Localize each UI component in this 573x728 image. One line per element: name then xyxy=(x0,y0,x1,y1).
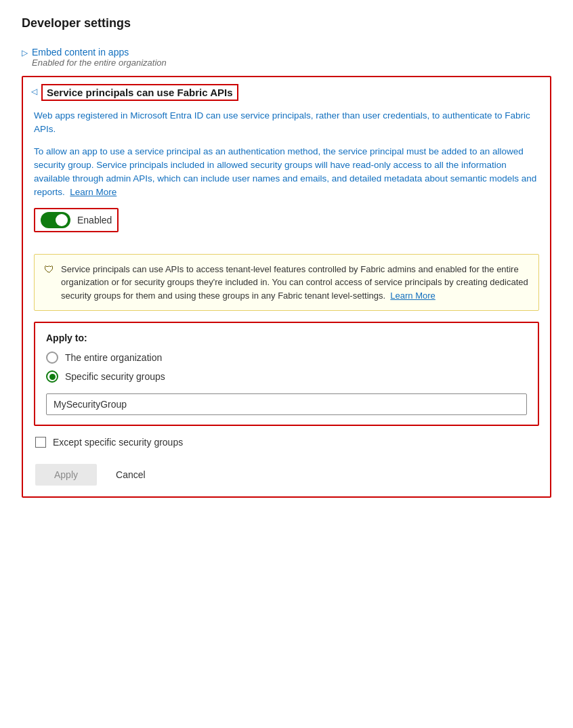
description-2: To allow an app to use a service princip… xyxy=(34,145,539,200)
apply-button[interactable]: Apply xyxy=(35,464,97,486)
expand-icon: ▷ xyxy=(22,48,28,58)
embed-content-label-group: Embed content in apps Enabled for the en… xyxy=(32,47,167,68)
toggle-label: Enabled xyxy=(77,215,112,226)
security-group-input[interactable] xyxy=(46,393,527,415)
button-row: Apply Cancel xyxy=(34,464,539,486)
collapse-icon: ◁ xyxy=(31,87,37,96)
shield-icon: 🛡 xyxy=(44,263,54,275)
cancel-button[interactable]: Cancel xyxy=(108,464,154,486)
radio-entire-org-label: The entire organization xyxy=(65,352,162,363)
service-principals-section: ◁ Service principals can use Fabric APIs… xyxy=(22,76,551,498)
radio-entire-org[interactable]: The entire organization xyxy=(46,351,527,364)
embed-content-item: ▷ Embed content in apps Enabled for the … xyxy=(22,44,551,70)
page-title: Developer settings xyxy=(22,16,551,30)
toggle-switch[interactable] xyxy=(41,212,70,228)
radio-specific-groups-label: Specific security groups xyxy=(65,371,165,382)
learn-more-link-1[interactable]: Learn More xyxy=(70,187,116,197)
description-1: Web apps registered in Microsoft Entra I… xyxy=(34,109,539,137)
apply-to-label: Apply to: xyxy=(46,333,527,343)
except-row[interactable]: Except specific security groups xyxy=(34,437,539,448)
warning-learn-more-link[interactable]: Learn More xyxy=(390,291,435,301)
embed-content-sublabel: Enabled for the entire organization xyxy=(32,58,167,68)
except-checkbox[interactable] xyxy=(35,437,46,448)
apply-to-box: Apply to: The entire organization Specif… xyxy=(34,322,539,426)
warning-text-content: Service principals can use APIs to acces… xyxy=(61,263,529,303)
warning-box: 🛡 Service principals can use APIs to acc… xyxy=(34,254,539,312)
radio-specific-groups[interactable]: Specific security groups xyxy=(46,370,527,383)
warning-body-text: Service principals can use APIs to acces… xyxy=(61,264,528,301)
service-principals-body: Web apps registered in Microsoft Entra I… xyxy=(23,105,550,496)
service-principals-header[interactable]: ◁ Service principals can use Fabric APIs xyxy=(23,77,550,105)
radio-entire-org-indicator xyxy=(46,351,58,364)
embed-content-label: Embed content in apps xyxy=(32,47,167,58)
toggle-row[interactable]: Enabled xyxy=(34,208,119,232)
except-label: Except specific security groups xyxy=(53,437,183,448)
service-principals-title: Service principals can use Fabric APIs xyxy=(41,84,238,101)
radio-specific-groups-indicator xyxy=(46,370,58,383)
embed-content-row[interactable]: ▷ Embed content in apps Enabled for the … xyxy=(22,44,551,70)
